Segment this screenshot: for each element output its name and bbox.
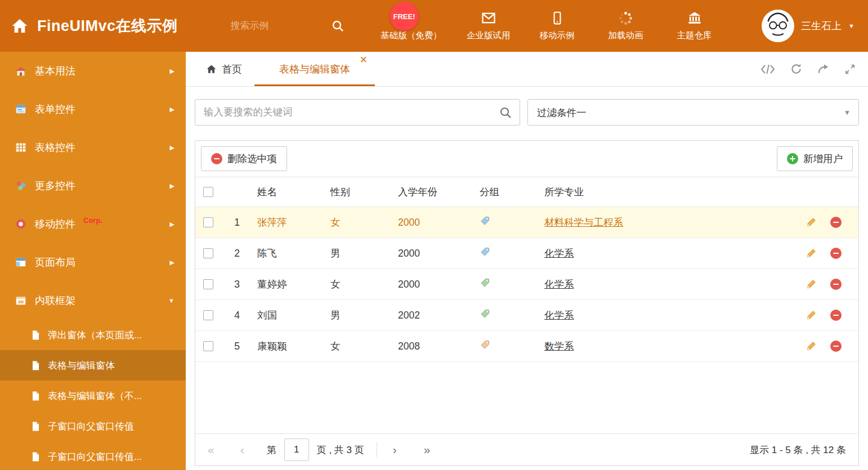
sidebar-item-label: 页面布局 [35, 256, 75, 269]
avatar [762, 10, 794, 42]
row-gender: 女 [326, 216, 393, 229]
edit-pencil-icon[interactable] [806, 217, 817, 228]
layout-icon [15, 256, 27, 268]
tab-grid-edit-window[interactable]: 表格与编辑窗体 ✕ [254, 52, 375, 86]
row-year: 2002 [393, 310, 475, 321]
row-gender: 女 [326, 277, 393, 291]
sidebar-subitem[interactable]: 弹出窗体（本页面或... [0, 320, 186, 350]
header-nav-item[interactable]: 主题仓库 [669, 10, 721, 42]
tag-icon [480, 216, 490, 226]
delete-row-icon[interactable] [830, 248, 842, 259]
app-home-icon[interactable] [10, 17, 29, 35]
header-nav-label: 基础版（免费） [381, 30, 442, 42]
select-all-checkbox[interactable] [203, 187, 213, 197]
table-row[interactable]: 1 张萍萍 女 2000 材料科学与工程系 [195, 207, 858, 238]
refresh-icon[interactable] [790, 63, 802, 75]
sidebar-item[interactable]: 内联框架 ▼ [0, 281, 186, 320]
edit-pencil-icon[interactable] [806, 341, 817, 352]
filter-select[interactable]: 过滤条件一 ▼ [527, 99, 859, 126]
chevron-down-icon: ▼ [168, 297, 175, 304]
major-link[interactable]: 材料科学与工程系 [544, 217, 623, 228]
tab-tools [760, 52, 856, 86]
chevron-right-icon: ▶ [170, 144, 175, 151]
code-icon[interactable] [760, 64, 775, 75]
delete-row-icon[interactable] [830, 310, 842, 321]
header-nav-item[interactable]: 移动示例 [531, 10, 583, 42]
table-row[interactable]: 5 康颖颖 女 2008 数学系 [195, 331, 858, 362]
header-nav-item[interactable]: 企业版试用 [463, 10, 514, 42]
page-number-input[interactable] [284, 438, 309, 461]
prev-page-icon[interactable]: ‹ [240, 443, 244, 456]
major-link[interactable]: 化学系 [544, 279, 574, 290]
sidebar-item[interactable]: 移动控件Corp. ▶ [0, 205, 186, 243]
top-header: FineUIMvc在线示例 FREE! 基础版（免费） 企业版试用 移动示例 加… [0, 0, 868, 52]
last-page-icon[interactable]: » [424, 443, 431, 456]
row-name: 刘国 [253, 308, 326, 322]
sidebar-item[interactable]: 基本用法 ▶ [0, 52, 186, 90]
delete-row-icon[interactable] [830, 341, 842, 352]
brand: FineUIMvc在线示例 [0, 16, 178, 36]
major-link[interactable]: 数学系 [544, 341, 574, 352]
keyword-search-input[interactable] [195, 100, 520, 125]
add-user-button[interactable]: 新增用户 [777, 146, 853, 171]
minus-circle-icon [211, 153, 222, 164]
table-row[interactable]: 3 董婷婷 女 2000 化学系 [195, 269, 858, 300]
home-icon [15, 65, 27, 77]
row-checkbox[interactable] [203, 279, 213, 289]
major-link[interactable]: 化学系 [544, 310, 574, 321]
row-name: 陈飞 [253, 247, 326, 260]
filter-select-value: 过滤条件一 [537, 106, 587, 119]
table-row[interactable]: 4 刘国 男 2002 化学系 [195, 300, 858, 331]
sidebar-subitem[interactable]: 子窗口向父窗口传值 [0, 411, 186, 441]
row-index: 1 [221, 217, 253, 229]
share-icon[interactable] [817, 63, 829, 75]
next-page-icon[interactable]: › [393, 443, 397, 456]
sidebar-item[interactable]: 表单控件 ▶ [0, 90, 186, 128]
sidebar-item[interactable]: 表格控件 ▶ [0, 128, 186, 167]
row-gender: 女 [326, 339, 393, 353]
file-icon [30, 391, 41, 401]
chevron-right-icon: ▶ [170, 259, 175, 266]
first-page-icon[interactable]: « [208, 443, 214, 456]
edit-pencil-icon[interactable] [806, 310, 817, 321]
sidebar-item[interactable]: 页面布局 ▶ [0, 243, 186, 281]
delete-selected-button[interactable]: 删除选中项 [201, 146, 287, 171]
delete-row-icon[interactable] [830, 279, 842, 290]
sidebar-item[interactable]: 更多控件 ▶ [0, 167, 186, 205]
row-checkbox[interactable] [203, 248, 213, 258]
row-index: 2 [221, 248, 253, 259]
edit-pencil-icon[interactable] [806, 279, 817, 290]
col-gender: 性别 [326, 185, 393, 199]
sidebar-subitem[interactable]: 子窗口向父窗口传值... [0, 441, 186, 470]
table-row[interactable]: 2 陈飞 男 2000 化学系 [195, 238, 858, 269]
search-icon[interactable] [331, 19, 344, 33]
major-link[interactable]: 化学系 [544, 248, 574, 259]
keyword-search-box [195, 99, 520, 126]
tag-icon [480, 339, 490, 350]
delete-row-icon[interactable] [830, 217, 842, 228]
spinner-icon [618, 10, 633, 26]
table-header: 姓名 性别 入学年份 分组 所学专业 [195, 177, 858, 207]
grid-toolbar: 删除选中项 新增用户 [195, 141, 858, 177]
search-icon[interactable] [499, 106, 512, 119]
expand-icon[interactable] [844, 64, 856, 75]
tab-home[interactable]: 首页 [194, 52, 254, 86]
sidebar-subitem-label: 子窗口向父窗口传值 [48, 420, 134, 433]
header-nav-item[interactable]: 加载动画 [600, 10, 652, 42]
pagination-divider [377, 442, 377, 457]
file-icon [30, 360, 41, 371]
row-checkbox[interactable] [203, 310, 213, 320]
row-checkbox[interactable] [203, 341, 213, 351]
chevron-down-icon: ▼ [844, 109, 851, 117]
header-nav-label: 移动示例 [540, 30, 575, 42]
sidebar-subitem[interactable]: 表格与编辑窗体 [0, 350, 186, 381]
form-icon [15, 103, 27, 115]
user-menu[interactable]: 三生石上 ▼ [762, 10, 868, 42]
sidebar-subitem[interactable]: 表格与编辑窗体（不... [0, 381, 186, 411]
page-label-suffix: 页 , 共 3 页 [317, 444, 364, 456]
header-search-input[interactable] [230, 20, 325, 32]
edit-pencil-icon[interactable] [806, 248, 817, 259]
row-checkbox[interactable] [203, 217, 213, 227]
chevron-down-icon: ▼ [848, 23, 854, 29]
close-icon[interactable]: ✕ [360, 55, 368, 65]
